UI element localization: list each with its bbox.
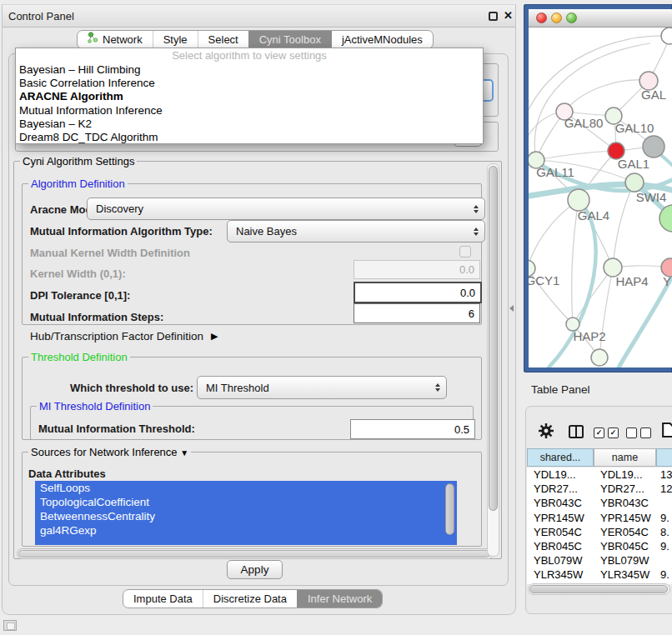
network-edge[interactable]	[599, 268, 613, 358]
float-icon[interactable]	[489, 12, 498, 21]
settings-hscrollbar-thumb[interactable]	[18, 550, 490, 558]
manual-kernel-checkbox[interactable]	[459, 246, 471, 258]
aracne-mode-combo[interactable]: Discovery	[87, 198, 485, 220]
threshold-definition-legend: Threshold Definition	[28, 351, 130, 363]
list-item[interactable]: gal4RGexp	[35, 523, 457, 538]
expand-right-icon[interactable]: ▶	[211, 331, 218, 342]
close-traffic-light-icon[interactable]	[536, 12, 547, 23]
table-cell: YDR27...	[527, 482, 594, 495]
network-edge[interactable]	[564, 80, 649, 112]
table-cell: YDL19...	[594, 468, 656, 481]
list-item[interactable]: TopologicalCoefficient	[35, 495, 457, 509]
tab-infer-network[interactable]: Infer Network	[297, 590, 382, 608]
tab-select[interactable]: Select	[198, 31, 248, 48]
network-canvas[interactable]: GALGAL80GAL10GAL1GAL11SWI4GAL4GCY1HAP4YH…	[529, 28, 672, 368]
dropdown-prompt: Select algorithm to view settings	[16, 48, 483, 63]
data-attributes-list[interactable]: SelfLoops TopologicalCoefficient Between…	[35, 481, 457, 545]
combo-arrows-icon	[474, 205, 479, 213]
table-cell: YPR145W	[594, 512, 656, 524]
tab-style[interactable]: Style	[153, 31, 198, 48]
table-cell: YPR145W	[527, 512, 594, 524]
gear-icon[interactable]	[539, 423, 554, 442]
table-cell: YER054C	[594, 526, 656, 538]
table-row[interactable]: YER054CYER054C8.	[527, 525, 672, 539]
hub-definition-expander[interactable]: Hub/Transcription Factor Definition ▶	[30, 330, 218, 342]
network-node-swi4[interactable]	[625, 173, 644, 192]
table-rows: YDL19...YDL19...13YDR27...YDR27...12YBR0…	[527, 468, 672, 584]
table-cell: YLR345W	[527, 568, 594, 581]
attributes-scrollbar-thumb[interactable]	[445, 483, 454, 535]
network-edge[interactable]	[536, 151, 616, 160]
dropdown-item[interactable]: Mutual Information Inference	[16, 104, 483, 118]
node-label: GCY1	[529, 273, 559, 288]
algorithm-dropdown-popup: Select algorithm to view settings Bayesi…	[15, 48, 484, 144]
network-edge[interactable]	[613, 182, 634, 268]
collapsed-panel-icon[interactable]	[3, 620, 17, 631]
network-node[interactable]	[643, 136, 664, 158]
column-header-partial[interactable]	[656, 448, 672, 467]
table-cell: 13	[656, 468, 672, 481]
dropdown-item[interactable]: Bayesian – Hill Climbing	[16, 63, 483, 77]
table-hscrollbar-thumb[interactable]	[529, 585, 668, 593]
dropdown-item-selected[interactable]: ARACNE Algorithm	[16, 90, 483, 103]
column-header-name[interactable]: name	[594, 448, 656, 467]
deselect-all-checks-icon[interactable]	[626, 428, 651, 438]
mi-threshold-legend: MI Threshold Definition	[37, 400, 153, 412]
mi-steps-field[interactable]: 6	[354, 303, 480, 323]
manual-kernel-label: Manual Kernel Width Definition	[30, 247, 190, 259]
table-cell: YDR27...	[594, 482, 656, 495]
which-threshold-combo[interactable]: MI Threshold	[197, 376, 447, 399]
tab-network[interactable]: Network	[78, 31, 153, 48]
tab-cyni-toolbox[interactable]: Cyni Toolbox	[248, 31, 331, 48]
tab-impute-data[interactable]: Impute Data	[123, 590, 203, 608]
dropdown-item[interactable]: Basic Correlation Inference	[16, 77, 483, 90]
column-header-shared[interactable]: shared...	[527, 448, 594, 467]
columns-icon[interactable]	[569, 425, 584, 442]
node-label: GAL10	[615, 121, 654, 135]
panel-divider-handle[interactable]	[509, 305, 514, 312]
mi-type-combo[interactable]: Naive Bayes	[227, 220, 485, 242]
table-row[interactable]: YBR043CYBR043C	[527, 496, 672, 510]
network-tab-icon	[88, 30, 98, 49]
minimize-traffic-light-icon[interactable]	[551, 12, 562, 23]
table-row[interactable]: YBL079WYBL079W	[527, 553, 672, 568]
network-canvas-svg: GALGAL80GAL10GAL1GAL11SWI4GAL4GCY1HAP4YH…	[529, 28, 672, 368]
dpi-tolerance-field[interactable]: 0.0	[354, 282, 482, 303]
network-edge[interactable]	[534, 43, 650, 160]
control-panel-tabbar: Network Style Select Cyni Toolbox jActiv…	[77, 30, 434, 49]
table-cell: 8.	[656, 526, 672, 538]
network-node[interactable]	[661, 28, 672, 44]
kernel-width-field: 0.0	[354, 260, 480, 279]
table-cell: YBR043C	[527, 497, 594, 509]
dropdown-item[interactable]: Bayesian – K2	[16, 118, 483, 131]
tab-discretize-data[interactable]: Discretize Data	[203, 590, 297, 608]
network-edge[interactable]	[529, 200, 579, 268]
settings-scrollbar-thumb[interactable]	[489, 166, 498, 511]
table-cell: 9.	[656, 568, 672, 581]
select-all-checks-icon[interactable]: ✓✓	[594, 428, 619, 438]
dropdown-item[interactable]: Dream8 DC_TDC Algorithm	[16, 131, 483, 144]
table-row[interactable]: YDL19...YDL19...13	[527, 468, 672, 482]
zoom-traffic-light-icon[interactable]	[566, 12, 577, 23]
table-row[interactable]: YLR345WYLR345W9.	[527, 568, 672, 582]
tab-jactivemnodules[interactable]: jActiveMNodules	[331, 31, 433, 48]
table-row[interactable]: YPR145WYPR145W9.	[527, 511, 672, 525]
table-row[interactable]: YBR045CYBR045C9.	[527, 539, 672, 553]
table-cell: YER054C	[527, 526, 594, 538]
document-icon[interactable]	[662, 422, 672, 441]
list-item[interactable]: BetweennessCentrality	[35, 509, 457, 523]
collapse-down-icon[interactable]: ▼	[180, 448, 188, 458]
network-view-titlebar[interactable]	[529, 9, 672, 28]
mi-threshold-field[interactable]: 0.5	[350, 419, 475, 439]
sources-legend[interactable]: Sources for Network Inference ▼	[28, 446, 191, 458]
node-label: HAP4	[615, 274, 648, 288]
list-item[interactable]: SelfLoops	[35, 481, 457, 495]
network-edge-weighted[interactable]	[619, 277, 672, 368]
combo-arrows-icon	[435, 383, 440, 392]
close-icon[interactable]: ✕	[504, 9, 513, 22]
table-cell: YBR045C	[594, 540, 656, 552]
apply-button[interactable]: Apply	[227, 560, 283, 579]
table-row[interactable]: YDR27...YDR27...12	[527, 482, 672, 496]
network-node[interactable]	[591, 349, 608, 366]
mi-steps-label: Mutual Information Steps:	[30, 311, 163, 323]
